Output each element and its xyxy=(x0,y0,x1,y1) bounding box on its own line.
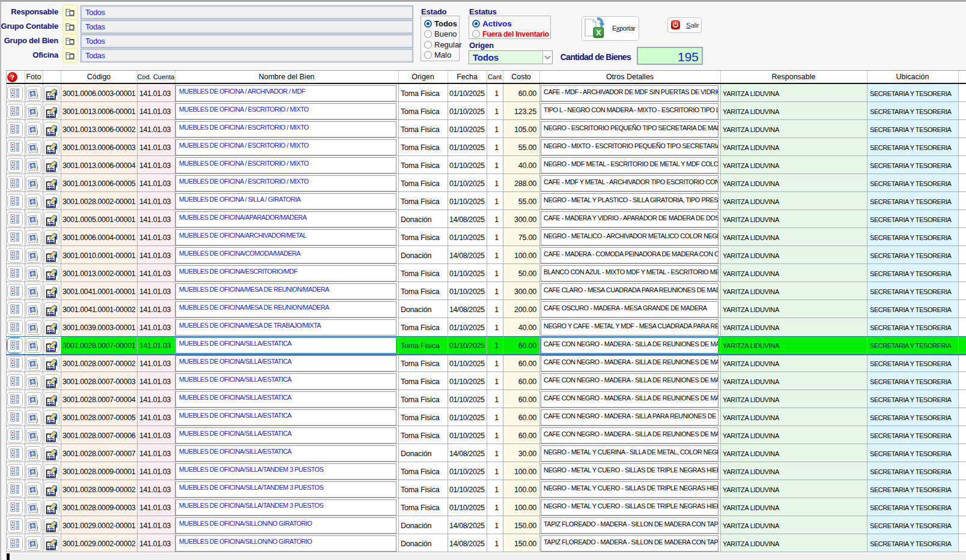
svg-text:X: X xyxy=(596,28,601,37)
svg-text:?: ? xyxy=(10,74,14,81)
